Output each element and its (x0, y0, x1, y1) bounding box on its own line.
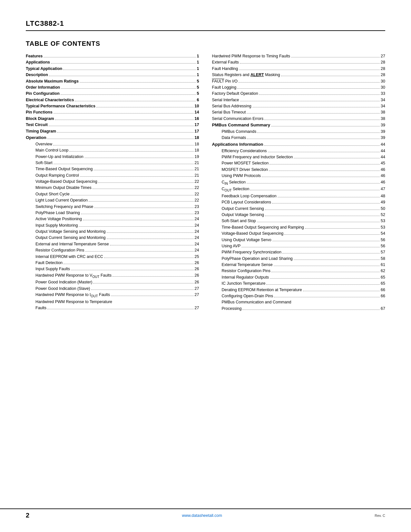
toc-dots (107, 239, 194, 239)
toc-page-number: 1 (197, 53, 199, 59)
toc-dots (79, 226, 193, 227)
toc-entry-label: PolyPhase Load Sharing (35, 210, 80, 216)
page-footer: 2 www.datasheetall.com Rev. C (0, 508, 411, 519)
toc-page-number: 22 (195, 191, 199, 197)
toc-dots (257, 133, 380, 133)
toc-entry: Typical Application1 (26, 66, 199, 72)
toc-entry: Voltage-Based Output Sequencing22 (26, 179, 199, 185)
toc-entry: Input Supply Monitoring24 (26, 222, 199, 229)
toc-dots (63, 70, 196, 70)
toc-page-number: 26 (195, 272, 199, 279)
toc-dots (252, 107, 380, 107)
toc-page-number: 45 (381, 160, 385, 166)
toc-entry-label: Active Voltage Positioning (35, 216, 82, 222)
toc-entry: Power MOSFET Selection45 (212, 160, 386, 166)
toc-dots (80, 82, 196, 83)
toc-dots (93, 283, 193, 283)
toc-entry-label: IC Junction Temperature (222, 281, 266, 287)
toc-page-number: 66 (381, 293, 385, 299)
toc-entry-label: Derating EEPROM Retention at Temperature (222, 287, 302, 293)
footer-page-number: 2 (26, 512, 29, 519)
toc-entry-label: Time-Based Output Sequencing and Ramping (222, 224, 304, 231)
toc-entry: Typical Performance Characteristics10 (26, 103, 199, 109)
toc-entry-label: Serial Communication Errors (212, 116, 264, 122)
toc-page-number: 34 (381, 97, 385, 103)
toc-entry-label: Soft-Start and Stop (222, 218, 256, 224)
toc-dots (93, 189, 194, 189)
toc-dots (262, 177, 380, 177)
toc-dots (51, 63, 196, 64)
toc-page-number: 26 (195, 266, 199, 272)
toc-entry: Power Good Indication (Slave)27 (26, 286, 199, 292)
page: LTC3882-1 TABLE OF CONTENTS Features1App… (0, 0, 411, 532)
toc-page-number: 24 (195, 247, 199, 253)
toc-dots (240, 63, 380, 64)
toc-dots (57, 132, 193, 133)
toc-dots (272, 241, 380, 241)
toc-entry-label: Soft-Start (35, 160, 53, 166)
toc-page-number: 52 (381, 212, 385, 218)
toc-entry: Active Voltage Positioning24 (26, 216, 199, 222)
toc-page-number: 1 (197, 66, 199, 72)
toc-entry: IC Junction Temperature65 (212, 281, 386, 287)
toc-entry: Switching Frequency and Phase23 (26, 204, 199, 210)
toc-entry: Soft-Start21 (26, 160, 199, 166)
toc-dots (55, 120, 194, 120)
footer-revision: Rev. C (375, 514, 385, 517)
toc-entry: Timing Diagram17 (26, 128, 199, 134)
toc-dots (107, 232, 194, 233)
toc-entry-label: Input Supply Monitoring (35, 222, 78, 229)
toc-page-number: 24 (195, 229, 199, 235)
toc-dots (269, 171, 380, 171)
toc-page-number: 58 (381, 256, 385, 262)
toc-entry: Applications1 (26, 59, 199, 65)
toc-entry-label: Output Ramping Control (35, 172, 79, 179)
toc-entry-label: Hardwired PWM Response to IOUT Faults (35, 292, 110, 299)
toc-entry: Test Circuit17 (26, 122, 199, 128)
toc-left-column: Features1Applications1Typical Applicatio… (26, 53, 199, 311)
toc-entry: Processing67 (212, 306, 386, 312)
toc-entry-label: Order Information (26, 84, 60, 91)
toc-entry-label: Using Output Voltage Servo (222, 237, 271, 243)
toc-dots (89, 201, 194, 202)
toc-entry-label: CIN Selection (222, 179, 246, 186)
toc-dots (98, 182, 194, 183)
toc-dots (91, 290, 194, 290)
toc-entry: Pin Functions14 (26, 109, 199, 115)
toc-entry: External Temperature Sense61 (212, 262, 386, 268)
toc-dots (270, 278, 380, 279)
toc-dots (265, 210, 380, 210)
toc-dots (71, 270, 194, 270)
toc-page-number: 46 (381, 179, 385, 185)
toc-entry-label: Serial Bus Addressing (212, 103, 251, 109)
toc-right-column: Hardwired PWM Response to Timing Faults2… (212, 53, 386, 312)
toc-page-number: 38 (381, 116, 385, 122)
toc-entry: CIN Selection46 (212, 179, 386, 186)
toc-entry-label: Test Circuit (26, 122, 48, 128)
toc-entry: PCB Layout Considerations49 (212, 199, 386, 205)
toc-dots (94, 208, 193, 208)
footer-url[interactable]: www.datasheetall.com (182, 513, 222, 518)
toc-dots (291, 57, 380, 57)
toc-entry: Serial Interface34 (212, 97, 386, 103)
toc-entry: Data Formats39 (212, 135, 386, 141)
toc-dots (84, 158, 194, 158)
toc-dots (271, 272, 380, 272)
toc-page-number: 26 (195, 260, 199, 266)
toc-entry: Time-Based Output Sequencing21 (26, 166, 199, 172)
toc-entry: Voltage-Based Output Sequencing54 (212, 231, 386, 237)
toc-entry: FAULT Pin I/O30 (212, 78, 386, 84)
toc-entry-label: Typical Application (26, 66, 62, 72)
toc-entry-label: External Faults (212, 59, 239, 65)
toc-page-number: 5 (197, 84, 199, 91)
toc-page-number: 54 (381, 231, 385, 237)
toc-entry-label: MOSFET Driver Selection (222, 167, 268, 173)
toc-page-number: 25 (195, 254, 199, 260)
toc-entry: PMBus Communication and Command (212, 299, 386, 305)
toc-dots (264, 120, 380, 120)
toc-entry-label: Pin Configuration (26, 91, 60, 97)
toc-dots (239, 82, 380, 83)
toc-dots (241, 247, 380, 247)
toc-page-number: 22 (195, 179, 199, 185)
toc-page-number: 22 (195, 185, 199, 191)
